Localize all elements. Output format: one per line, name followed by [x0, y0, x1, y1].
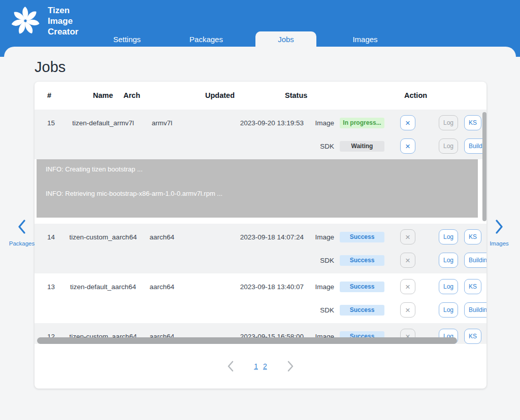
prev-page-button[interactable] — [225, 360, 236, 372]
status-badge-cell: Success — [334, 255, 390, 266]
content-area: Jobs # Name Arch Updated Status Action 1… — [4, 47, 516, 420]
status-badge-cell: Success — [334, 282, 390, 292]
cancel-cell: × — [390, 302, 426, 318]
log-cell: Log — [433, 138, 464, 154]
job-stage-line: SDKSuccess×LogBuilding — [35, 249, 486, 272]
side-nav-images-label: Images — [485, 240, 513, 247]
side-nav-packages-label: Packages — [8, 240, 36, 247]
cancel-button[interactable]: × — [400, 229, 415, 244]
next-page-button[interactable] — [285, 360, 296, 372]
jobs-rows: 15tizen-default_armv7larmv7l2023-09-20 1… — [35, 110, 486, 344]
status-badge: In progress... — [340, 118, 384, 128]
job-arch: aarch64 — [137, 233, 187, 241]
building-button[interactable]: Building — [464, 302, 486, 318]
cancel-button[interactable]: × — [400, 115, 415, 130]
job-name: tizen-default_aarch64 — [69, 282, 137, 292]
app-title-line: Tizen — [48, 5, 78, 16]
tab-packages[interactable]: Packages — [176, 31, 237, 47]
tab-jobs[interactable]: Jobs — [255, 31, 316, 47]
ks-button[interactable]: KS — [464, 329, 481, 344]
job-arch: armv7l — [137, 119, 187, 127]
tab-settings[interactable]: Settings — [96, 31, 157, 47]
table-row: 14tizen-custom_aarch64aarch642023-09-18 … — [35, 224, 486, 273]
log-line: INFO: Creating tizen bootstrap ... — [46, 165, 469, 173]
job-number: 13 — [35, 283, 69, 291]
page-links: 12 — [254, 362, 267, 370]
app-window: Tizen Image Creator Settings Packages Jo… — [0, 0, 520, 420]
log-button[interactable]: Log — [439, 115, 458, 130]
job-stage-line: 13tizen-default_aarch64aarch642023-09-18… — [35, 275, 486, 298]
ks-button[interactable]: KS — [464, 279, 481, 294]
log-button[interactable]: Log — [439, 138, 458, 154]
close-icon: × — [405, 256, 410, 265]
status-badge: Success — [340, 255, 384, 266]
cancel-button[interactable]: × — [400, 253, 415, 268]
ks-button[interactable]: KS — [464, 115, 481, 130]
extra-cell: KS — [464, 329, 486, 344]
main-tabs: Settings Packages Jobs Images — [0, 31, 520, 47]
column-header-status: Status — [285, 82, 307, 110]
table-header-row: # Name Arch Updated Status Action — [35, 82, 486, 110]
log-button[interactable]: Log — [439, 279, 458, 294]
building-button[interactable]: Building — [464, 253, 486, 268]
job-updated: 2023-09-18 14:07:24 — [187, 233, 304, 241]
status-badge-cell: Success — [334, 232, 390, 242]
stage-label: Image — [304, 283, 334, 291]
extra-cell: Building — [464, 253, 486, 268]
jobs-table-scroll: 15tizen-default_armv7larmv7l2023-09-20 1… — [35, 110, 486, 344]
page-link-2[interactable]: 2 — [263, 362, 267, 370]
log-button[interactable]: Log — [439, 229, 458, 244]
log-button[interactable]: Log — [439, 253, 458, 268]
horizontal-scrollbar-thumb[interactable] — [37, 337, 457, 344]
job-name: tizen-custom_aarch64 — [69, 232, 137, 242]
close-icon: × — [405, 283, 410, 291]
close-icon: × — [405, 142, 410, 151]
cancel-cell: × — [390, 279, 426, 294]
stage-label: Image — [304, 119, 334, 127]
job-name: tizen-default_armv7l — [69, 118, 137, 128]
chevron-left-icon — [225, 360, 236, 372]
job-updated: 2023-09-18 13:40:07 — [187, 283, 304, 291]
status-badge: Success — [340, 305, 384, 316]
stage-label: SDK — [304, 306, 334, 314]
job-stage-line: 15tizen-default_armv7larmv7l2023-09-20 1… — [35, 111, 486, 134]
status-badge: Success — [340, 282, 384, 292]
ks-button[interactable]: KS — [464, 229, 481, 244]
stage-label: SDK — [304, 257, 334, 264]
job-stage-line: SDKWaiting×LogBuilding — [35, 134, 486, 158]
cancel-button[interactable]: × — [400, 279, 415, 294]
extra-cell: Building — [464, 302, 486, 318]
log-line: INFO: Retrieving mic-bootstrap-x86-arm-1… — [46, 190, 469, 197]
cancel-button[interactable]: × — [400, 138, 415, 154]
vertical-scrollbar-thumb[interactable] — [482, 112, 486, 221]
job-arch: aarch64 — [137, 283, 187, 291]
status-badge-cell: Waiting — [334, 141, 390, 152]
jobs-table-card: # Name Arch Updated Status Action 15tize… — [35, 82, 486, 389]
tab-images[interactable]: Images — [335, 31, 396, 47]
page-link-1[interactable]: 1 — [254, 362, 258, 370]
chevron-left-icon — [16, 219, 27, 234]
status-badge-cell: In progress... — [334, 118, 390, 128]
log-cell: Log — [433, 302, 464, 318]
stage-label: SDK — [304, 143, 334, 150]
extra-cell: KS — [464, 229, 486, 244]
column-header-updated: Updated — [205, 82, 235, 110]
stage-label: Image — [304, 233, 334, 241]
log-cell: Log — [433, 229, 464, 244]
extra-cell: KS — [464, 279, 486, 294]
log-button[interactable]: Log — [439, 302, 458, 318]
column-header-arch: Arch — [123, 82, 140, 110]
side-nav-packages[interactable]: Packages — [8, 219, 36, 247]
column-header-name: Name — [93, 82, 113, 110]
cancel-cell: × — [390, 115, 426, 130]
table-row: 15tizen-default_armv7larmv7l2023-09-20 1… — [35, 110, 486, 159]
column-header-number: # — [47, 82, 51, 110]
side-nav-images[interactable]: Images — [485, 219, 513, 247]
job-stage-line: SDKSuccess×LogBuilding — [35, 298, 486, 322]
log-cell: Log — [433, 253, 464, 268]
cancel-cell: × — [390, 229, 426, 244]
cancel-button[interactable]: × — [400, 302, 415, 318]
log-cell: Log — [433, 279, 464, 294]
log-cell: Log — [433, 115, 464, 130]
cancel-cell: × — [390, 138, 426, 154]
